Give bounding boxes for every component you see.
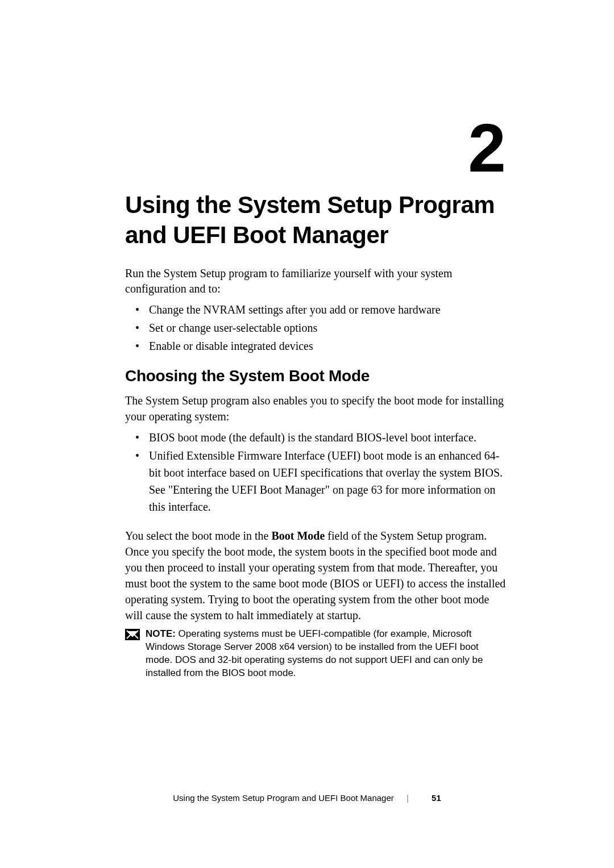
para-text-pre: You select the boot mode in the	[125, 529, 271, 542]
note-text: NOTE: Operating systems must be UEFI-com…	[146, 628, 506, 680]
para-text-post: field of the System Setup program. Once …	[125, 529, 505, 621]
boot-mode-paragraph: You select the boot mode in the Boot Mod…	[125, 528, 506, 623]
list-item: Set or change user-selectable options	[125, 319, 506, 336]
list-item: Unified Extensible Firmware Interface (U…	[125, 447, 506, 515]
chapter-number: 2	[468, 114, 506, 182]
note-body: Operating systems must be UEFI-compatibl…	[146, 628, 483, 678]
boot-mode-field-name: Boot Mode	[271, 529, 325, 542]
page-number: 51	[432, 793, 441, 803]
page-footer: Using the System Setup Program and UEFI …	[0, 793, 614, 803]
list-item: Change the NVRAM settings after you add …	[125, 301, 506, 318]
note-label: NOTE:	[146, 628, 176, 639]
chapter-title: Using the System Setup Program and UEFI …	[125, 190, 506, 250]
intro-paragraph: Run the System Setup program to familiar…	[125, 266, 506, 297]
footer-section-title: Using the System Setup Program and UEFI …	[173, 793, 394, 803]
list-item: Enable or disable integrated devices	[125, 337, 506, 354]
intro-bullet-list: Change the NVRAM settings after you add …	[125, 301, 506, 354]
document-page: 2 Using the System Setup Program and UEF…	[0, 0, 614, 868]
note-block: NOTE: Operating systems must be UEFI-com…	[125, 628, 506, 680]
section-heading: Choosing the System Boot Mode	[125, 367, 506, 385]
note-icon	[125, 629, 140, 640]
section-bullet-list: BIOS boot mode (the default) is the stan…	[125, 429, 506, 515]
list-item: BIOS boot mode (the default) is the stan…	[125, 429, 506, 446]
section-lead-paragraph: The System Setup program also enables yo…	[125, 393, 506, 424]
footer-separator: |	[406, 793, 409, 803]
